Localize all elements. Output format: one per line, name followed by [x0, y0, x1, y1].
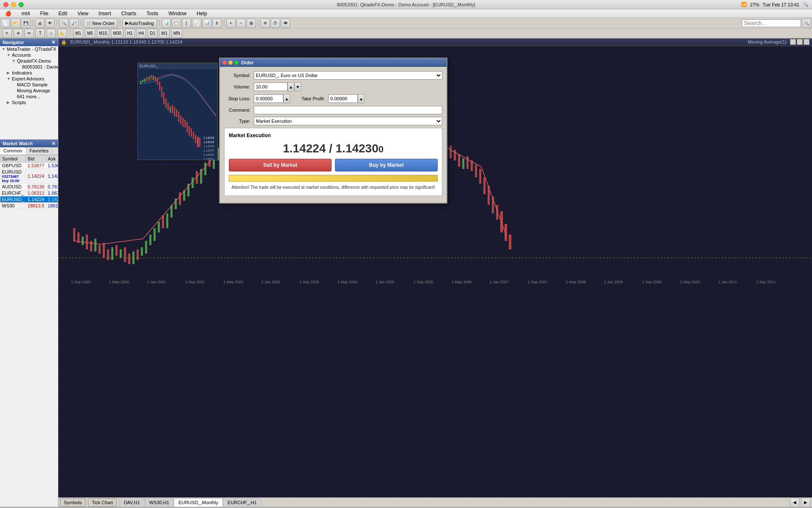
- tf-m30[interactable]: M30: [111, 29, 123, 38]
- mw-row-0[interactable]: GBPUSD1.536771.53677: [0, 163, 58, 169]
- pen-btn[interactable]: ✏: [25, 29, 34, 38]
- menu-insert[interactable]: Insert: [97, 11, 113, 17]
- dialog-max-btn[interactable]: [234, 61, 239, 65]
- print-preview-btn[interactable]: 👁: [45, 19, 55, 28]
- menu-mt4[interactable]: mt4: [20, 11, 32, 17]
- tf-h1[interactable]: H1: [125, 29, 135, 38]
- tree-item-ea[interactable]: ▼ Expert Advisors: [0, 76, 58, 82]
- tree-item-indicators[interactable]: ▶ Indicators: [0, 70, 58, 76]
- menu-view[interactable]: View: [76, 11, 90, 17]
- tree-item-0[interactable]: ▼ MetaTrader - QTradeFX: [0, 46, 58, 52]
- chart-max-btn[interactable]: □: [797, 39, 803, 45]
- save-btn[interactable]: 💾: [21, 19, 30, 28]
- volume-up-btn[interactable]: ▲: [288, 82, 294, 91]
- buy-by-market-btn[interactable]: Buy by Market: [335, 159, 438, 171]
- zoom-in-btn[interactable]: 🔍: [59, 19, 69, 28]
- volume-down-btn[interactable]: ▼: [294, 82, 301, 91]
- close-window-btn[interactable]: [3, 2, 8, 7]
- mw-row-3[interactable]: EURCHF_1.063111.06339: [0, 190, 58, 196]
- chart-tab-1[interactable]: WS30,H1: [145, 498, 174, 507]
- mw-row-5[interactable]: WS3018013.518015.5: [0, 203, 58, 209]
- maximize-window-btn[interactable]: [19, 2, 24, 7]
- arrow-btn[interactable]: ↕: [47, 29, 56, 38]
- zoom-out-btn[interactable]: 🔎: [69, 19, 79, 28]
- templates-btn[interactable]: 📋: [172, 19, 181, 28]
- open-btn[interactable]: 📂: [11, 19, 20, 28]
- menu-edit[interactable]: Edit: [57, 11, 69, 17]
- zoom-out2-btn[interactable]: −: [236, 19, 246, 28]
- fit-btn[interactable]: ⊞: [247, 19, 256, 28]
- tf-w1[interactable]: W1: [159, 29, 170, 38]
- search-go-btn[interactable]: 🔍: [802, 19, 811, 28]
- crosshair-btn[interactable]: ✛: [261, 19, 270, 28]
- navigator-close-btn[interactable]: ✕: [51, 39, 55, 45]
- tf-mn[interactable]: MN: [171, 29, 182, 38]
- chart-tab-3[interactable]: EURCHF_,H1: [223, 498, 261, 507]
- print-btn[interactable]: 🖨: [35, 19, 44, 28]
- bar-chart-btn[interactable]: 📊: [202, 19, 211, 28]
- tree-item-accounts[interactable]: ▼ Accounts: [0, 52, 58, 58]
- mw-tab-common[interactable]: Common: [0, 147, 26, 155]
- mw-row-2[interactable]: AUDUSD0.781300.78138: [0, 184, 58, 190]
- sl-up-btn[interactable]: ▲: [283, 94, 290, 103]
- text-btn[interactable]: T: [36, 29, 45, 38]
- search-input[interactable]: [742, 19, 801, 27]
- tree-item-more[interactable]: 641 more...: [0, 94, 58, 99]
- zoom-in2-btn[interactable]: +: [226, 19, 236, 28]
- dialog-comment-input[interactable]: [254, 106, 442, 114]
- chart-next-btn[interactable]: ▶: [801, 498, 810, 507]
- mw-row-1[interactable]: EURUSD#2273467 buy 10.001.142241.14230: [0, 169, 58, 184]
- dialog-type-select[interactable]: Market Execution: [254, 117, 442, 125]
- menu-tools[interactable]: Tools: [145, 11, 160, 17]
- menu-apple[interactable]: 🍎: [3, 11, 13, 17]
- period-sep-btn[interactable]: |: [182, 19, 191, 28]
- tf-m1[interactable]: M1: [73, 29, 83, 38]
- mw-tab-favorites[interactable]: Favorites: [26, 147, 52, 155]
- tf-m15[interactable]: M15: [97, 29, 109, 38]
- draw-btn[interactable]: 📐: [58, 29, 67, 38]
- tree-item-demo[interactable]: ▼ QtradeFX-Demo: [0, 58, 58, 64]
- dialog-min-btn[interactable]: [228, 61, 233, 65]
- chart-tab-0[interactable]: DAV,H1: [119, 498, 145, 507]
- tf-h4[interactable]: H4: [137, 29, 146, 38]
- menu-window[interactable]: Window: [167, 11, 188, 17]
- chart-min-btn[interactable]: _: [790, 39, 796, 45]
- dialog-volume-input[interactable]: [254, 83, 288, 91]
- tree-item-macd[interactable]: MACD Sample: [0, 82, 58, 88]
- mw-row-4[interactable]: EURUSD_1.142241.14230: [0, 196, 58, 203]
- new-chart-btn[interactable]: 📄: [1, 19, 10, 28]
- tf-m5[interactable]: M5: [85, 29, 95, 38]
- period-btn[interactable]: ⏱: [271, 19, 280, 28]
- symbols-button[interactable]: Symbols: [60, 498, 85, 507]
- chart-tab-2[interactable]: EURUSD_,Monthly: [174, 498, 223, 507]
- dialog-symbol-select[interactable]: EURUSD_, Euro vs US Dollar: [254, 71, 442, 80]
- sell-by-market-btn[interactable]: Sell by Market: [229, 159, 332, 171]
- minimize-window-btn[interactable]: [11, 2, 16, 7]
- tf-d1[interactable]: D1: [148, 29, 157, 38]
- menu-file[interactable]: File: [38, 11, 50, 17]
- dialog-sl-input[interactable]: [254, 94, 283, 103]
- candle-chart-btn[interactable]: 🕯: [212, 19, 222, 28]
- line-chart-btn[interactable]: 📈: [192, 19, 201, 28]
- search-icon[interactable]: 🔍: [803, 2, 809, 7]
- chart-close-btn[interactable]: ✕: [804, 39, 809, 45]
- indicator-btn[interactable]: 📊: [162, 19, 171, 28]
- autotrading-btn[interactable]: ▶ AutoTrading: [122, 19, 157, 28]
- dialog-close-btn[interactable]: [222, 61, 227, 65]
- cursor-btn[interactable]: ↖: [3, 29, 12, 38]
- svg-rect-53: [154, 228, 156, 241]
- tp-up-btn[interactable]: ▲: [358, 94, 365, 103]
- new-order-btn[interactable]: 🛒 New Order: [83, 19, 118, 28]
- dialog-tp-input[interactable]: [328, 94, 358, 103]
- tree-item-ma[interactable]: Moving Average: [0, 88, 58, 94]
- menu-help[interactable]: Help: [195, 11, 209, 17]
- order-dialog[interactable]: EURUSD_,: [219, 58, 447, 204]
- chart-prev-btn[interactable]: ◀: [790, 498, 799, 507]
- menu-charts[interactable]: Charts: [120, 11, 138, 17]
- market-watch-close-btn[interactable]: ✕: [52, 141, 55, 146]
- tree-item-scripts[interactable]: ▶ Scripts: [0, 99, 58, 105]
- tree-item-account[interactable]: 80053301 : Daniel Sol: [0, 64, 58, 70]
- tick-chart-button[interactable]: Tick Chart: [88, 498, 117, 507]
- crosshair2-btn[interactable]: ✛: [14, 29, 23, 38]
- terminal-btn[interactable]: 💻: [281, 19, 290, 28]
